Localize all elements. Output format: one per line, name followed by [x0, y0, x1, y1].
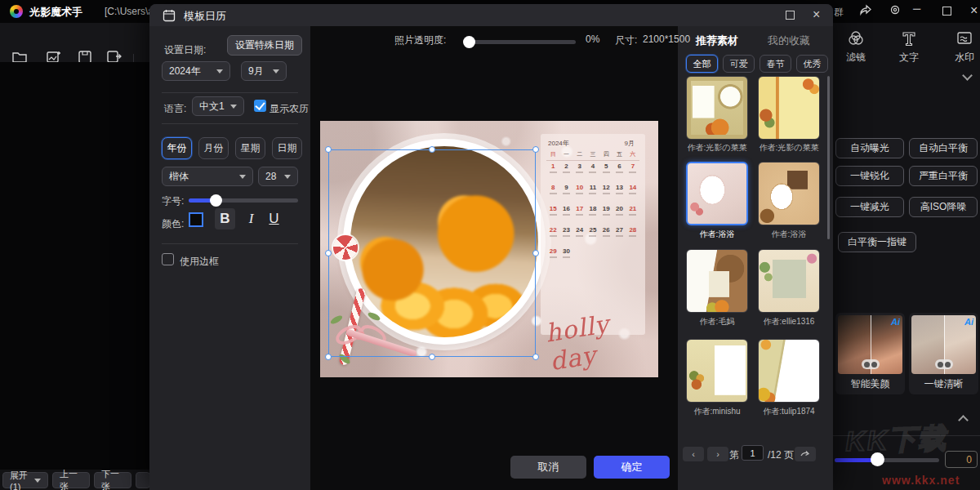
- unit-tab-month[interactable]: 月份: [198, 137, 229, 159]
- unit-tab-year[interactable]: 年份: [162, 137, 192, 159]
- section-collapse-chevron[interactable]: [962, 70, 973, 81]
- mini-calendar-year: 2024年: [548, 139, 569, 148]
- auto-whitebalance-button[interactable]: 自动白平衡: [909, 138, 978, 158]
- filter-tab-cute[interactable]: 可爱: [723, 55, 755, 73]
- template-thumb-1[interactable]: [686, 76, 748, 140]
- template-author: 作者:ellie1316: [752, 316, 826, 327]
- selection-handle[interactable]: [325, 250, 332, 256]
- page-go-button[interactable]: [795, 447, 816, 461]
- opacity-slider-thumb[interactable]: [463, 36, 475, 48]
- font-size-dropdown[interactable]: 28: [258, 167, 298, 186]
- dialog-maximize-button[interactable]: [786, 11, 795, 20]
- chevron-down-icon: [273, 69, 279, 74]
- opacity-label: 照片透明度:: [394, 33, 446, 47]
- hidden-button-sliver[interactable]: [136, 472, 150, 488]
- filters-tool[interactable]: 滤镜: [837, 29, 875, 65]
- one-key-clarity-label: 一键清晰: [909, 377, 978, 391]
- color-swatch[interactable]: [189, 212, 203, 227]
- whitebalance-one-touch-button[interactable]: 白平衡一指键: [838, 232, 916, 252]
- use-border-checkbox[interactable]: [162, 253, 174, 265]
- settings-gear-icon[interactable]: [889, 3, 902, 19]
- page-number-input[interactable]: 1: [742, 445, 764, 461]
- chevron-down-icon: [239, 175, 246, 179]
- calendar-template-preview[interactable]: 2024年 9月 日一二三四五六 12345678910111213141516…: [320, 121, 658, 377]
- underline-button[interactable]: U: [264, 208, 284, 229]
- prev-image-button[interactable]: 上一张: [52, 472, 90, 488]
- text-tool[interactable]: 文字: [890, 29, 928, 65]
- high-iso-denoise-button[interactable]: 高ISO降噪: [909, 197, 978, 217]
- maximize-button[interactable]: [942, 7, 951, 16]
- selection-handle[interactable]: [325, 354, 332, 360]
- share-icon[interactable]: [858, 3, 872, 20]
- close-button[interactable]: ×: [970, 3, 978, 18]
- page-next-button[interactable]: ›: [707, 447, 728, 461]
- set-special-date-button[interactable]: 设置特殊日期: [227, 35, 302, 56]
- selection-handle[interactable]: [532, 146, 539, 153]
- watermark-image-icon: [956, 29, 973, 47]
- selection-handle[interactable]: [325, 146, 332, 153]
- bold-button[interactable]: B: [215, 208, 235, 229]
- one-key-sharpen-button[interactable]: 一键锐化: [835, 166, 904, 186]
- template-author: 作者:浴浴: [752, 229, 826, 240]
- filter-tab-springfestival[interactable]: 春节: [760, 55, 791, 73]
- language-dropdown[interactable]: 中文1: [192, 96, 244, 116]
- template-thumb-6[interactable]: [758, 249, 820, 313]
- chevron-down-icon: [230, 105, 237, 109]
- filter-tab-all[interactable]: 全部: [686, 55, 718, 73]
- watermark-logo: KK下载: [844, 420, 948, 461]
- selection-handle[interactable]: [532, 354, 539, 360]
- tab-recommended[interactable]: 推荐素材: [696, 33, 738, 48]
- fontsize-slider-thumb[interactable]: [210, 194, 222, 207]
- templates-panel: 推荐素材 我的收藏 全部 可爱 春节 优秀 作者:光影の菜菜 作者:光影の菜菜 …: [678, 29, 833, 486]
- cancel-button[interactable]: 取消: [510, 456, 586, 479]
- unit-tab-day[interactable]: 日期: [272, 137, 302, 159]
- opacity-slider[interactable]: [466, 40, 576, 44]
- fontsize-label: 字号:: [162, 194, 184, 208]
- section-expand-chevron[interactable]: [958, 415, 969, 425]
- page-label: 第: [729, 448, 739, 462]
- month-dropdown[interactable]: 9月: [241, 61, 287, 81]
- show-lunar-checkbox[interactable]: [254, 100, 266, 112]
- adjust-value-box[interactable]: 0: [945, 451, 978, 468]
- group-label[interactable]: 群: [834, 6, 844, 20]
- page-total-label: /12 页: [768, 448, 794, 462]
- template-calendar-dialog: 模板日历 × 设置日期: 设置特殊日期 2024年 9月 语言: 中文1 显示农…: [149, 4, 833, 490]
- ok-button[interactable]: 确定: [594, 456, 670, 479]
- page-prev-button[interactable]: ‹: [683, 447, 704, 461]
- template-thumb-8[interactable]: [758, 339, 820, 403]
- dialog-titlebar[interactable]: 模板日历 ×: [149, 4, 833, 26]
- set-date-label: 设置日期:: [164, 43, 206, 57]
- scrollbar[interactable]: [827, 76, 830, 239]
- unit-tab-week[interactable]: 星期: [235, 137, 265, 159]
- year-dropdown[interactable]: 2024年: [162, 61, 230, 81]
- watermark-tool[interactable]: 水印: [946, 29, 980, 65]
- template-thumb-4[interactable]: [758, 162, 820, 225]
- minimize-button[interactable]: ─: [913, 2, 920, 15]
- text-T-icon: [900, 29, 918, 47]
- severe-whitebalance-button[interactable]: 严重白平衡: [909, 166, 978, 186]
- ai-badge: Ai: [964, 317, 973, 327]
- auto-exposure-button[interactable]: 自动曝光: [835, 138, 904, 158]
- next-image-button[interactable]: 下一张: [94, 472, 131, 488]
- filter-tab-excellent[interactable]: 优秀: [796, 55, 828, 73]
- one-key-clarity-card[interactable]: Ai 一键清晰: [909, 313, 978, 394]
- smart-beauty-card[interactable]: Ai 智能美颜: [835, 313, 905, 394]
- color-label: 颜色:: [162, 217, 184, 231]
- selection-handle[interactable]: [532, 250, 539, 256]
- template-thumb-2[interactable]: [758, 76, 820, 140]
- photo-selection-rect[interactable]: [328, 149, 536, 357]
- template-author: 作者:浴浴: [680, 229, 754, 240]
- selection-handle[interactable]: [429, 354, 435, 360]
- font-dropdown[interactable]: 楷体: [162, 167, 253, 186]
- compare-icon: [935, 359, 953, 369]
- dialog-close-button[interactable]: ×: [813, 7, 820, 22]
- selection-handle[interactable]: [429, 146, 435, 153]
- one-key-dim-button[interactable]: 一键减光: [835, 197, 904, 217]
- smart-beauty-label: 智能美颜: [835, 377, 905, 391]
- expand-button[interactable]: 展开(1): [2, 472, 48, 488]
- template-thumb-5[interactable]: [686, 249, 748, 313]
- tab-favorites[interactable]: 我的收藏: [768, 33, 810, 48]
- italic-button[interactable]: I: [241, 208, 261, 229]
- template-thumb-7[interactable]: [686, 339, 748, 403]
- template-thumb-3-selected[interactable]: [686, 162, 748, 225]
